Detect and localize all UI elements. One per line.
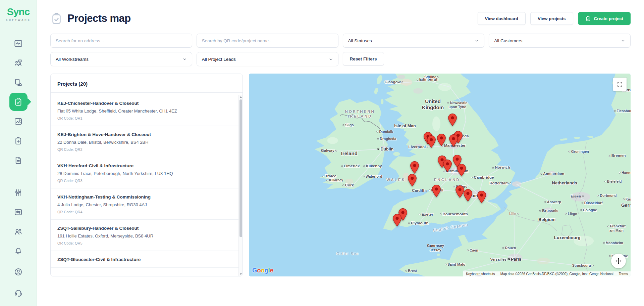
sidebar-item-users[interactable] (9, 222, 28, 241)
project-list-item[interactable]: KEJ-Chichester-Handover & CloseoutFlat 0… (51, 95, 238, 126)
chevron-down-icon (329, 57, 333, 61)
project-list-item[interactable]: ZSQT-Salisbury-Handover & Closeout191 Ho… (51, 220, 238, 251)
sidebar-item-clipboard-add[interactable] (9, 132, 28, 150)
support-icon (14, 288, 23, 297)
projects-map[interactable]: StirlingGlasgowEdinburghNewcastleupon Ty… (249, 74, 631, 276)
sidebar-item-document[interactable] (9, 151, 28, 169)
map-marker[interactable] (457, 164, 466, 176)
map-pan-button[interactable] (611, 254, 626, 268)
view-projects-button[interactable]: View projects (530, 12, 573, 25)
header-actions: View dashboard View projects Create proj… (478, 12, 631, 25)
brand-name: Sync (6, 7, 31, 17)
projects-icon (14, 97, 23, 106)
filter-row-2: All Workstreams All Project Leads Reset … (50, 52, 631, 66)
sidebar-item-team-chat[interactable] (9, 54, 28, 72)
map-fullscreen-button[interactable] (613, 78, 627, 91)
view-dashboard-button[interactable]: View dashboard (478, 12, 526, 25)
project-list-item[interactable]: KEJ-Brighton & Hove-Handover & Closeout2… (51, 126, 238, 157)
map-marker[interactable] (392, 214, 401, 226)
scrollbar-thumb[interactable] (239, 99, 242, 237)
team-chat-icon (14, 58, 23, 68)
projects-list: KEJ-Chichester-Handover & CloseoutFlat 0… (51, 95, 238, 276)
chevron-down-icon (621, 39, 625, 43)
chevron-down-icon (475, 39, 479, 43)
page-title: Projects map (67, 12, 131, 25)
workstreams-select[interactable]: All Workstreams (50, 52, 192, 66)
sidebar-nav-top (9, 33, 28, 171)
project-address: Flat 05 White Lodge, Sheffield, Greater … (57, 108, 232, 114)
project-list-item[interactable]: ZSQT-Gloucester-Civil & Infrastructure (51, 251, 238, 268)
map-marker[interactable] (427, 135, 436, 148)
google-logo[interactable]: Google (252, 267, 273, 274)
project-title: VKH-Hereford-Civil & Infrastructure (57, 163, 232, 168)
map-marker[interactable] (477, 190, 486, 203)
projects-panel-title: Projects (20) (51, 74, 243, 93)
create-project-button[interactable]: Create project (578, 12, 631, 25)
project-qr-code: QR Code: QR4 (57, 210, 232, 214)
map-marker[interactable] (408, 174, 417, 187)
terms-link[interactable]: Terms (619, 272, 628, 276)
projects-scrollbar[interactable] (238, 95, 243, 276)
map-data-attribution: Map data ©2026 GeoBasis-DE/BKG (©2009), … (500, 272, 613, 276)
map-marker[interactable] (448, 113, 457, 126)
sidebar-item-support[interactable] (9, 283, 28, 302)
project-title: VKH-Nottingham-Testing & Commissioning (57, 194, 232, 200)
document-icon (14, 156, 23, 165)
map-marker[interactable] (443, 160, 452, 172)
sidebar-nav-mid (9, 182, 28, 261)
users-icon (14, 227, 23, 236)
map-attribution: Keyboard shortcuts Map data ©2026 GeoBas… (463, 271, 631, 276)
sidebar-item-bell[interactable] (9, 242, 28, 260)
project-list-item[interactable]: VKH-Nottingham-Testing & Commissioning4 … (51, 188, 238, 220)
clipboard-check-icon (50, 12, 63, 25)
project-address: 4 Julia Lodge, Chester, Shropshire, RG30… (57, 202, 232, 207)
sliders-icon (14, 188, 23, 197)
sidebar-nav-bottom (9, 261, 28, 306)
keyboard-shortcuts-link[interactable]: Keyboard shortcuts (466, 272, 495, 276)
sidebar: Sync SOFTWARE (0, 0, 37, 306)
project-list-item[interactable]: VKH-Hereford-Civil & Infrastructure28 Do… (51, 157, 238, 188)
pan-arrows-icon (615, 257, 622, 265)
brand-logo: Sync SOFTWARE (6, 7, 31, 21)
project-address: 191 Hollie Estates, Oxford, Merseyside, … (57, 233, 232, 238)
project-qr-code: QR Code: QR2 (57, 147, 232, 151)
reset-filters-button[interactable]: Reset Filters (343, 52, 384, 65)
customers-select[interactable]: All Customers (489, 34, 631, 48)
project-qr-code: QR Code: QR3 (57, 179, 232, 183)
sidebar-item-activity[interactable] (9, 34, 28, 52)
gallery-icon (14, 117, 23, 126)
activity-icon (14, 39, 23, 48)
map-marker[interactable] (449, 134, 458, 147)
project-address: 28 Dominic Trace, Peterborough, North Yo… (57, 171, 232, 176)
map-marker[interactable] (464, 189, 473, 202)
clipboard-check-icon (585, 16, 591, 21)
project-qr-code: QR Code: QR5 (57, 241, 232, 245)
fullscreen-icon (617, 81, 623, 87)
chevron-down-icon (182, 57, 187, 61)
project-title: ZSQT-Gloucester-Civil & Infrastructure (57, 257, 232, 262)
sidebar-item-fleet[interactable] (9, 73, 28, 91)
sidebar-item-invoice[interactable] (9, 203, 28, 221)
bell-icon (14, 247, 23, 256)
project-leads-select[interactable]: All Project Leads (197, 52, 338, 66)
project-title: KEJ-Brighton & Hove-Handover & Closeout (57, 132, 232, 137)
clipboard-add-icon (14, 136, 23, 145)
content-row: Projects (20) KEJ-Chichester-Handover & … (50, 74, 631, 276)
map-marker[interactable] (437, 133, 446, 146)
qr-project-search-input[interactable] (197, 34, 338, 48)
sidebar-item-projects[interactable] (9, 93, 28, 111)
statuses-select[interactable]: All Statuses (343, 34, 485, 48)
scroll-up-arrow[interactable] (239, 95, 243, 99)
filter-row-1: All Statuses All Customers (50, 34, 631, 48)
brand-tagline: SOFTWARE (6, 18, 31, 21)
address-search-input[interactable] (50, 34, 192, 48)
sidebar-item-profile[interactable] (9, 263, 28, 281)
map-marker[interactable] (432, 184, 441, 197)
project-address: 22 Donna Dale, Bristol, Berwickshire, BS… (57, 140, 232, 145)
scroll-down-arrow[interactable] (239, 272, 243, 276)
map-marker[interactable] (410, 161, 419, 174)
sidebar-item-sliders[interactable] (9, 183, 28, 202)
sidebar-item-gallery[interactable] (9, 112, 28, 130)
fleet-icon (14, 78, 23, 87)
profile-icon (14, 267, 23, 276)
